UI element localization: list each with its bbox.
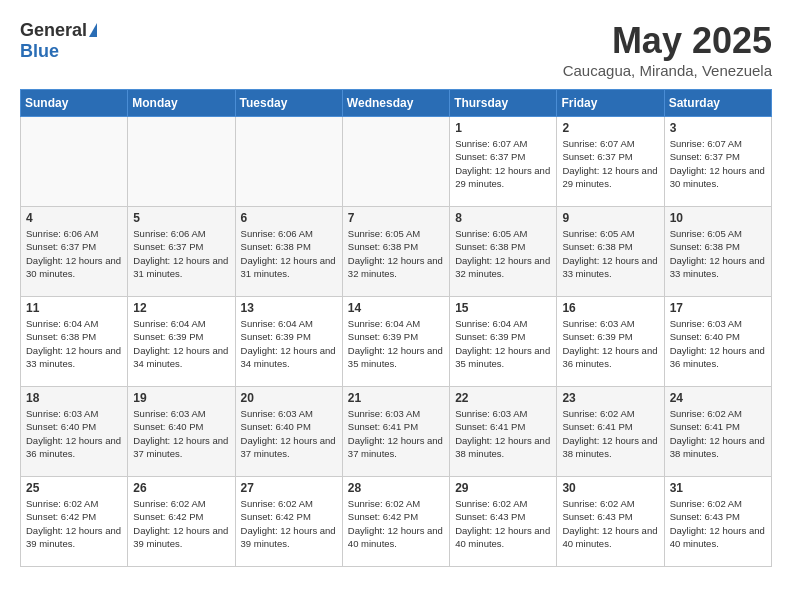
day-info: Sunrise: 6:02 AM Sunset: 6:42 PM Dayligh… (26, 497, 122, 550)
day-number: 5 (133, 211, 229, 225)
calendar-cell: 11Sunrise: 6:04 AM Sunset: 6:38 PM Dayli… (21, 297, 128, 387)
day-info: Sunrise: 6:02 AM Sunset: 6:42 PM Dayligh… (241, 497, 337, 550)
day-number: 19 (133, 391, 229, 405)
day-number: 31 (670, 481, 766, 495)
day-number: 21 (348, 391, 444, 405)
day-info: Sunrise: 6:06 AM Sunset: 6:38 PM Dayligh… (241, 227, 337, 280)
calendar-cell: 2Sunrise: 6:07 AM Sunset: 6:37 PM Daylig… (557, 117, 664, 207)
day-info: Sunrise: 6:05 AM Sunset: 6:38 PM Dayligh… (455, 227, 551, 280)
calendar-cell: 23Sunrise: 6:02 AM Sunset: 6:41 PM Dayli… (557, 387, 664, 477)
day-number: 15 (455, 301, 551, 315)
day-info: Sunrise: 6:05 AM Sunset: 6:38 PM Dayligh… (670, 227, 766, 280)
day-number: 26 (133, 481, 229, 495)
calendar-cell: 26Sunrise: 6:02 AM Sunset: 6:42 PM Dayli… (128, 477, 235, 567)
day-number: 17 (670, 301, 766, 315)
calendar-cell: 29Sunrise: 6:02 AM Sunset: 6:43 PM Dayli… (450, 477, 557, 567)
day-number: 23 (562, 391, 658, 405)
calendar-cell (128, 117, 235, 207)
calendar-cell: 10Sunrise: 6:05 AM Sunset: 6:38 PM Dayli… (664, 207, 771, 297)
calendar-cell: 18Sunrise: 6:03 AM Sunset: 6:40 PM Dayli… (21, 387, 128, 477)
day-number: 18 (26, 391, 122, 405)
calendar-week-5: 25Sunrise: 6:02 AM Sunset: 6:42 PM Dayli… (21, 477, 772, 567)
day-number: 27 (241, 481, 337, 495)
day-info: Sunrise: 6:03 AM Sunset: 6:39 PM Dayligh… (562, 317, 658, 370)
day-number: 8 (455, 211, 551, 225)
day-number: 7 (348, 211, 444, 225)
weekday-header-monday: Monday (128, 90, 235, 117)
day-info: Sunrise: 6:07 AM Sunset: 6:37 PM Dayligh… (455, 137, 551, 190)
title-block: May 2025 Caucagua, Miranda, Venezuela (563, 20, 772, 79)
day-number: 1 (455, 121, 551, 135)
calendar-cell: 15Sunrise: 6:04 AM Sunset: 6:39 PM Dayli… (450, 297, 557, 387)
day-info: Sunrise: 6:02 AM Sunset: 6:43 PM Dayligh… (455, 497, 551, 550)
calendar-cell: 25Sunrise: 6:02 AM Sunset: 6:42 PM Dayli… (21, 477, 128, 567)
day-info: Sunrise: 6:06 AM Sunset: 6:37 PM Dayligh… (26, 227, 122, 280)
logo: General Blue (20, 20, 97, 62)
day-number: 12 (133, 301, 229, 315)
calendar-cell: 4Sunrise: 6:06 AM Sunset: 6:37 PM Daylig… (21, 207, 128, 297)
calendar-cell: 28Sunrise: 6:02 AM Sunset: 6:42 PM Dayli… (342, 477, 449, 567)
day-number: 24 (670, 391, 766, 405)
calendar-cell: 31Sunrise: 6:02 AM Sunset: 6:43 PM Dayli… (664, 477, 771, 567)
calendar-cell: 22Sunrise: 6:03 AM Sunset: 6:41 PM Dayli… (450, 387, 557, 477)
weekday-header-row: SundayMondayTuesdayWednesdayThursdayFrid… (21, 90, 772, 117)
month-title: May 2025 (563, 20, 772, 62)
day-info: Sunrise: 6:02 AM Sunset: 6:42 PM Dayligh… (348, 497, 444, 550)
calendar-cell: 14Sunrise: 6:04 AM Sunset: 6:39 PM Dayli… (342, 297, 449, 387)
calendar-cell: 1Sunrise: 6:07 AM Sunset: 6:37 PM Daylig… (450, 117, 557, 207)
day-info: Sunrise: 6:02 AM Sunset: 6:43 PM Dayligh… (670, 497, 766, 550)
calendar-week-4: 18Sunrise: 6:03 AM Sunset: 6:40 PM Dayli… (21, 387, 772, 477)
day-number: 4 (26, 211, 122, 225)
day-number: 14 (348, 301, 444, 315)
day-number: 11 (26, 301, 122, 315)
calendar-cell: 7Sunrise: 6:05 AM Sunset: 6:38 PM Daylig… (342, 207, 449, 297)
weekday-header-friday: Friday (557, 90, 664, 117)
day-number: 6 (241, 211, 337, 225)
calendar-cell: 5Sunrise: 6:06 AM Sunset: 6:37 PM Daylig… (128, 207, 235, 297)
day-number: 2 (562, 121, 658, 135)
calendar-cell: 12Sunrise: 6:04 AM Sunset: 6:39 PM Dayli… (128, 297, 235, 387)
calendar-cell: 13Sunrise: 6:04 AM Sunset: 6:39 PM Dayli… (235, 297, 342, 387)
calendar-cell (235, 117, 342, 207)
calendar-week-3: 11Sunrise: 6:04 AM Sunset: 6:38 PM Dayli… (21, 297, 772, 387)
day-info: Sunrise: 6:07 AM Sunset: 6:37 PM Dayligh… (562, 137, 658, 190)
logo-blue: Blue (20, 41, 59, 62)
day-number: 25 (26, 481, 122, 495)
weekday-header-wednesday: Wednesday (342, 90, 449, 117)
day-info: Sunrise: 6:07 AM Sunset: 6:37 PM Dayligh… (670, 137, 766, 190)
weekday-header-saturday: Saturday (664, 90, 771, 117)
calendar-week-1: 1Sunrise: 6:07 AM Sunset: 6:37 PM Daylig… (21, 117, 772, 207)
weekday-header-tuesday: Tuesday (235, 90, 342, 117)
day-number: 16 (562, 301, 658, 315)
calendar-cell: 9Sunrise: 6:05 AM Sunset: 6:38 PM Daylig… (557, 207, 664, 297)
day-info: Sunrise: 6:04 AM Sunset: 6:39 PM Dayligh… (455, 317, 551, 370)
day-info: Sunrise: 6:03 AM Sunset: 6:40 PM Dayligh… (133, 407, 229, 460)
calendar-cell: 27Sunrise: 6:02 AM Sunset: 6:42 PM Dayli… (235, 477, 342, 567)
day-info: Sunrise: 6:03 AM Sunset: 6:41 PM Dayligh… (455, 407, 551, 460)
day-info: Sunrise: 6:03 AM Sunset: 6:40 PM Dayligh… (670, 317, 766, 370)
calendar-cell: 30Sunrise: 6:02 AM Sunset: 6:43 PM Dayli… (557, 477, 664, 567)
weekday-header-thursday: Thursday (450, 90, 557, 117)
day-info: Sunrise: 6:03 AM Sunset: 6:40 PM Dayligh… (241, 407, 337, 460)
day-info: Sunrise: 6:02 AM Sunset: 6:43 PM Dayligh… (562, 497, 658, 550)
day-info: Sunrise: 6:03 AM Sunset: 6:40 PM Dayligh… (26, 407, 122, 460)
page-header: General Blue May 2025 Caucagua, Miranda,… (20, 20, 772, 79)
calendar-cell: 19Sunrise: 6:03 AM Sunset: 6:40 PM Dayli… (128, 387, 235, 477)
calendar-table: SundayMondayTuesdayWednesdayThursdayFrid… (20, 89, 772, 567)
calendar-cell: 6Sunrise: 6:06 AM Sunset: 6:38 PM Daylig… (235, 207, 342, 297)
day-info: Sunrise: 6:04 AM Sunset: 6:38 PM Dayligh… (26, 317, 122, 370)
calendar-cell: 21Sunrise: 6:03 AM Sunset: 6:41 PM Dayli… (342, 387, 449, 477)
day-number: 10 (670, 211, 766, 225)
day-info: Sunrise: 6:03 AM Sunset: 6:41 PM Dayligh… (348, 407, 444, 460)
day-info: Sunrise: 6:05 AM Sunset: 6:38 PM Dayligh… (562, 227, 658, 280)
weekday-header-sunday: Sunday (21, 90, 128, 117)
day-number: 30 (562, 481, 658, 495)
calendar-week-2: 4Sunrise: 6:06 AM Sunset: 6:37 PM Daylig… (21, 207, 772, 297)
location: Caucagua, Miranda, Venezuela (563, 62, 772, 79)
day-number: 3 (670, 121, 766, 135)
calendar-cell (342, 117, 449, 207)
calendar-cell: 16Sunrise: 6:03 AM Sunset: 6:39 PM Dayli… (557, 297, 664, 387)
day-number: 29 (455, 481, 551, 495)
calendar-cell: 20Sunrise: 6:03 AM Sunset: 6:40 PM Dayli… (235, 387, 342, 477)
day-number: 13 (241, 301, 337, 315)
